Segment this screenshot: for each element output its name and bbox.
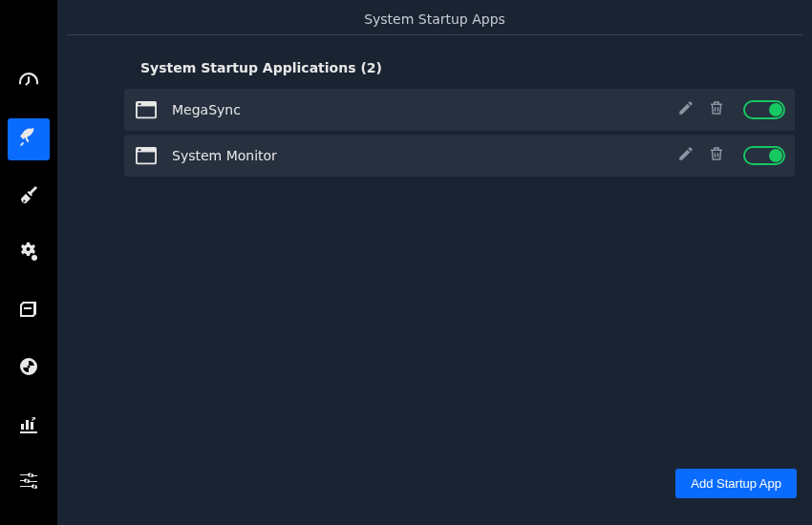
app-name: System Monitor [172, 148, 671, 163]
sidebar-item-settings[interactable] [8, 233, 50, 275]
toggle-knob [769, 149, 782, 162]
section-count: 2 [367, 60, 376, 75]
divider [67, 34, 802, 35]
window-icon [136, 100, 157, 119]
list-item: MegaSync [124, 89, 795, 131]
trash-icon [708, 145, 725, 166]
delete-button[interactable] [701, 94, 732, 125]
sidebar-item-tuning[interactable] [8, 462, 50, 504]
page-title: System Startup Apps [67, 0, 802, 34]
sidebar-item-startup[interactable] [8, 118, 50, 160]
section-header: System Startup Applications (2) [67, 54, 802, 89]
rocket-icon [17, 126, 40, 153]
disk-icon [17, 355, 40, 382]
gears-icon [17, 241, 40, 267]
sidebar-item-stats[interactable] [8, 405, 50, 447]
enable-toggle[interactable] [743, 146, 785, 165]
edit-button[interactable] [671, 140, 701, 171]
chart-icon [17, 412, 40, 439]
window-icon [136, 146, 157, 165]
sidebar-item-disk[interactable] [8, 347, 50, 389]
sidebar [0, 0, 57, 525]
broom-icon [17, 183, 40, 210]
app-name: MegaSync [172, 102, 671, 117]
svg-rect-2 [139, 103, 141, 105]
sidebar-item-dashboard[interactable] [8, 61, 50, 103]
svg-rect-5 [139, 149, 141, 151]
card-icon [17, 298, 40, 325]
pencil-icon [677, 145, 694, 166]
list-item: System Monitor [124, 135, 795, 177]
sidebar-item-cleaner[interactable] [8, 176, 50, 218]
edit-button[interactable] [671, 94, 701, 125]
gauge-icon [17, 69, 40, 95]
startup-app-list: MegaSync System Monitor [67, 89, 802, 177]
sliders-icon [17, 470, 40, 496]
delete-button[interactable] [701, 140, 732, 171]
section-label: System Startup Applications [140, 60, 356, 75]
add-startup-app-button[interactable]: Add Startup App [675, 469, 797, 498]
main-content: System Startup Apps System Startup Appli… [57, 0, 812, 525]
toggle-knob [769, 103, 782, 116]
sidebar-item-packages[interactable] [8, 290, 50, 332]
pencil-icon [677, 99, 694, 120]
trash-icon [708, 99, 725, 120]
enable-toggle[interactable] [743, 100, 785, 119]
